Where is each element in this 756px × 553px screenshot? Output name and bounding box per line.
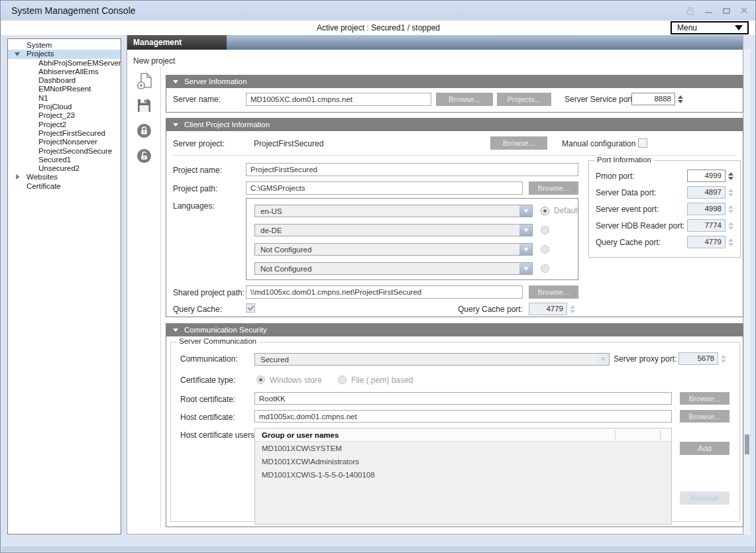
maximize-button[interactable] — [722, 6, 731, 15]
spin-up-icon — [728, 238, 733, 242]
tree-item-abhiserverallems[interactable]: AbhiserverAllEms — [8, 68, 121, 76]
server-info-header[interactable]: Server Information — [166, 75, 743, 88]
close-button[interactable]: ✕ — [739, 6, 749, 15]
spinner-arrows — [727, 189, 735, 197]
spin-down-icon[interactable] — [728, 177, 733, 180]
server-browse-button[interactable]: Browse... — [436, 93, 493, 106]
language-value: Not Configured — [260, 246, 311, 254]
unlock-icon[interactable] — [136, 148, 154, 166]
client-info-header[interactable]: Client Project Information — [166, 118, 743, 131]
tree-item-certificate[interactable]: Certificate — [8, 182, 121, 191]
spin-up-icon[interactable] — [678, 95, 683, 99]
spin-down-icon[interactable] — [678, 100, 683, 103]
spin-down-icon — [728, 226, 733, 230]
content-panel: Management New project — [127, 35, 743, 534]
users-list-header: Group or user names — [255, 428, 671, 442]
spinner-arrows — [727, 238, 735, 246]
tree-item-system[interactable]: System — [8, 41, 121, 50]
language-dropdown-3[interactable]: Not Configured — [254, 243, 533, 256]
port-row: Query Cache port:4779 — [596, 234, 735, 250]
query-cache-label: Query Cache: — [173, 305, 222, 314]
tree-item-websites[interactable]: Websites — [8, 173, 121, 181]
tree-item-dashboard[interactable]: Dashboard — [8, 76, 121, 85]
port-value: 7774 — [687, 219, 726, 232]
tree-item-projects[interactable]: Projects — [8, 50, 121, 58]
tree-item-secured1[interactable]: Secured1 — [8, 156, 121, 164]
toolbar-separator — [160, 67, 161, 528]
comm-security-header[interactable]: Communication Security — [166, 323, 743, 336]
tree-item-projectsecondsecure[interactable]: ProjectSecondSecure — [8, 147, 121, 156]
active-project-status: Active project : Secured1 / stopped — [1, 23, 755, 32]
server-name-input[interactable] — [246, 93, 431, 106]
save-icon[interactable] — [136, 98, 154, 115]
tree-item-label: N1 — [38, 94, 48, 102]
collapse-icon[interactable] — [173, 80, 178, 83]
spinner-arrows[interactable] — [676, 95, 684, 103]
add-user-button[interactable]: Add — [680, 442, 729, 455]
spinner-arrows[interactable] — [727, 172, 735, 180]
host-cert-input[interactable] — [254, 410, 672, 423]
minimize-button[interactable] — [704, 6, 713, 15]
tree-item-projectfirstsecured[interactable]: ProjectFirstSecured — [8, 129, 121, 138]
host-cert-browse-button[interactable]: Browse... — [680, 410, 729, 423]
vertical-scrollbar[interactable] — [744, 50, 750, 534]
tree-item-project_23[interactable]: Project_23 — [8, 111, 121, 120]
manual-config-checkbox[interactable] — [638, 138, 647, 148]
language-dropdown-2[interactable]: de-DE — [254, 224, 533, 236]
content-body: New project — [127, 50, 743, 534]
language-value: en-US — [260, 207, 282, 215]
tree-item-label: ProjCloud — [38, 103, 72, 111]
tree-item-unsecured2[interactable]: Unsecured2 — [8, 164, 121, 173]
server-project-browse-button[interactable]: Browse... — [490, 136, 547, 150]
tree-item-label: Websites — [27, 173, 58, 181]
tree-item-projcloud[interactable]: ProjCloud — [8, 103, 121, 111]
tree-item-projectnonserver[interactable]: ProjectNonserver — [8, 138, 121, 146]
language-dropdown-4[interactable]: Not Configured — [254, 262, 533, 275]
tree-item-label: ProjectNonserver — [38, 138, 97, 146]
tree-item-label: EMNotPResent — [38, 85, 91, 93]
tree-item-abhiprojsomeemserver[interactable]: AbhiProjSomeEMServer — [8, 59, 121, 68]
root-cert-browse-button[interactable]: Browse... — [680, 392, 729, 405]
project-path-input[interactable] — [246, 181, 523, 195]
new-project-icon[interactable] — [136, 72, 154, 89]
spinner-arrows — [727, 205, 735, 213]
shared-path-browse-button[interactable]: Browse... — [529, 285, 578, 299]
user-list-item[interactable]: MD1001XCW\S-1-5-5-0-1400108 — [255, 468, 671, 481]
tree-expand-icon[interactable] — [16, 174, 20, 179]
lock-icon[interactable] — [136, 123, 154, 140]
port-spinner: 7774 — [687, 219, 735, 232]
spin-down-icon — [728, 243, 733, 246]
spin-up-icon — [570, 305, 575, 309]
language-dropdown-1[interactable]: en-US — [254, 205, 533, 217]
host-cert-users-list[interactable]: Group or user names MD1001XCW\SYSTEMMD10… — [254, 428, 672, 525]
tree-collapse-icon[interactable] — [15, 52, 20, 56]
page-title: New project — [133, 56, 175, 66]
port-label: Pmon port: — [596, 172, 635, 181]
spin-up-icon[interactable] — [728, 172, 733, 176]
user-list-item[interactable]: MD1001XCW\SYSTEM — [255, 442, 671, 455]
spin-value[interactable]: 8888 — [631, 93, 675, 105]
service-port-label: Server Service port: — [565, 95, 626, 104]
collapse-icon[interactable] — [173, 123, 178, 126]
chevron-down-icon — [735, 25, 743, 30]
projects-button[interactable]: Projects... — [497, 93, 551, 106]
tree-item-n1[interactable]: N1 — [8, 94, 121, 103]
spin-up-icon — [728, 189, 733, 192]
tree-item-project2[interactable]: Project2 — [8, 121, 121, 129]
topbar: Active project : Secured1 / stopped Menu — [1, 21, 755, 35]
host-cert-label: Host certificate: — [180, 413, 235, 422]
tab-management[interactable]: Management — [127, 35, 227, 50]
user-list-item[interactable]: MD1001XCW\Administrators — [255, 455, 671, 468]
tree-item-emnotpresent[interactable]: EMNotPResent — [8, 85, 121, 93]
project-name-input[interactable] — [246, 163, 578, 176]
menu-dropdown[interactable]: Menu — [671, 21, 749, 34]
root-cert-input[interactable] — [254, 392, 672, 405]
port-value: 4897 — [687, 186, 726, 199]
collapse-icon[interactable] — [173, 328, 178, 332]
port-label: Server event port: — [596, 205, 659, 214]
project-path-browse-button[interactable]: Browse... — [529, 181, 578, 195]
scrollbar-thumb[interactable] — [745, 434, 749, 454]
shared-path-input[interactable] — [246, 285, 523, 299]
language-default-radio-1 — [541, 207, 549, 215]
port-value[interactable]: 4999 — [687, 170, 726, 182]
